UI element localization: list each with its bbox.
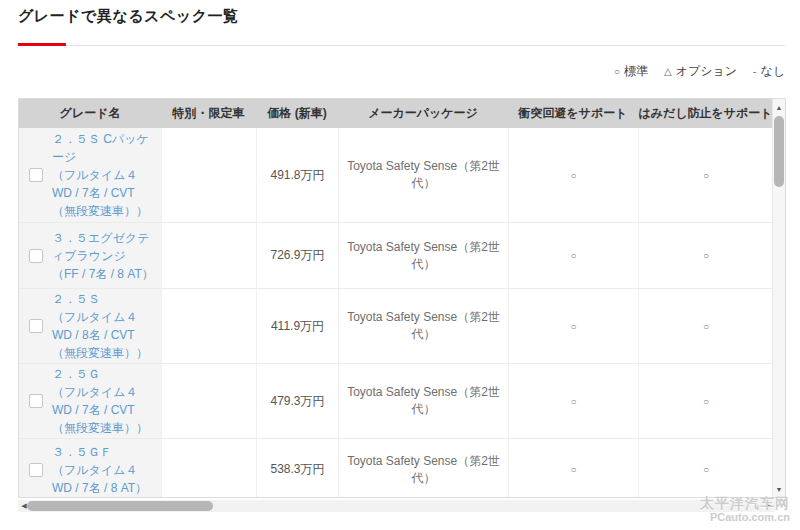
column-header-package: メーカーパッケージ bbox=[338, 105, 508, 122]
special-cell bbox=[161, 223, 256, 288]
horizontal-scrollbar[interactable]: ◀ ▶ bbox=[18, 500, 775, 512]
column-header-special: 特別・限定車 bbox=[161, 105, 256, 122]
scroll-down-icon[interactable]: ▼ bbox=[773, 482, 785, 496]
option-mark-icon: △ bbox=[664, 66, 672, 77]
grade-link[interactable]: ２．５Ｇ （フルタイム４WD / 7名 / CVT（無段変速車）） bbox=[52, 365, 155, 437]
special-cell bbox=[161, 364, 256, 438]
grade-cell: ２．５Ｓ （フルタイム４WD / 8名 / CVT（無段変速車）） bbox=[19, 289, 161, 363]
grade-name: ３．５ＧＦ bbox=[52, 443, 155, 461]
grade-cell: ３．５ＧＦ （フルタイム４WD / 7名 / 8 AT） bbox=[19, 439, 161, 498]
title-divider bbox=[18, 45, 785, 46]
spec-table: グレード名 特別・限定車 価格 (新車) メーカーパッケージ 衝突回避をサポート… bbox=[18, 98, 786, 498]
lane-mark-cell: ○ bbox=[638, 289, 773, 363]
grade-link[interactable]: ３．５ＧＦ （フルタイム４WD / 7名 / 8 AT） bbox=[52, 443, 155, 497]
table-row: ３．５エグゼクティブラウンジ （FF / 7名 / 8 AT） 726.9万円 … bbox=[19, 222, 773, 288]
price-cell: 491.8万円 bbox=[256, 128, 338, 222]
special-cell bbox=[161, 289, 256, 363]
price-cell: 479.3万円 bbox=[256, 364, 338, 438]
table-row: ２．５Ｇ （フルタイム４WD / 7名 / CVT（無段変速車）） 479.3万… bbox=[19, 363, 773, 438]
package-cell: Toyota Safety Sense（第2世代） bbox=[338, 223, 508, 288]
collision-mark-cell: ○ bbox=[508, 128, 638, 222]
grade-name: ２．５Ｓ Cパッケージ bbox=[52, 130, 155, 166]
legend-item-none: - なし bbox=[753, 63, 785, 80]
legend-label: オプション bbox=[676, 63, 737, 80]
table-row: ３．５ＧＦ （フルタイム４WD / 7名 / 8 AT） 538.3万円 Toy… bbox=[19, 438, 773, 498]
package-cell: Toyota Safety Sense（第2世代） bbox=[338, 128, 508, 222]
grade-link[interactable]: ３．５エグゼクティブラウンジ （FF / 7名 / 8 AT） bbox=[52, 229, 155, 283]
scroll-right-icon[interactable]: ▶ bbox=[763, 500, 775, 512]
column-header-grade: グレード名 bbox=[19, 105, 161, 122]
table-header-row: グレード名 特別・限定車 価格 (新車) メーカーパッケージ 衝突回避をサポート… bbox=[19, 99, 773, 128]
horizontal-scrollbar-thumb[interactable] bbox=[27, 501, 213, 511]
collision-mark-cell: ○ bbox=[508, 439, 638, 498]
scroll-up-icon[interactable]: ▲ bbox=[773, 100, 785, 114]
collision-mark-cell: ○ bbox=[508, 289, 638, 363]
grade-name: ３．５エグゼクティブラウンジ bbox=[52, 229, 155, 265]
row-checkbox[interactable] bbox=[29, 168, 43, 182]
row-checkbox[interactable] bbox=[29, 319, 43, 333]
legend: ○ 標準 △ オプション - なし bbox=[614, 63, 785, 80]
legend-label: 標準 bbox=[624, 63, 648, 80]
price-cell: 726.9万円 bbox=[256, 223, 338, 288]
table-body: ２．５Ｓ Cパッケージ （フルタイム４WD / 7名 / CVT（無段変速車））… bbox=[19, 128, 773, 498]
grade-spec: （フルタイム４WD / 7名 / CVT（無段変速車）） bbox=[52, 166, 155, 220]
price-cell: 411.9万円 bbox=[256, 289, 338, 363]
lane-mark-cell: ○ bbox=[638, 364, 773, 438]
vertical-scrollbar-thumb[interactable] bbox=[774, 116, 784, 187]
grade-spec: （フルタイム４WD / 7名 / CVT（無段変速車）） bbox=[52, 383, 155, 437]
special-cell bbox=[161, 128, 256, 222]
page-title: グレードで異なるスペック一覧 bbox=[18, 7, 239, 26]
legend-item-standard: ○ 標準 bbox=[614, 63, 648, 80]
package-cell: Toyota Safety Sense（第2世代） bbox=[338, 439, 508, 498]
none-mark-icon: - bbox=[753, 66, 756, 77]
grade-cell: ２．５Ｓ Cパッケージ （フルタイム４WD / 7名 / CVT（無段変速車）） bbox=[19, 128, 161, 222]
table-row: ２．５Ｓ Cパッケージ （フルタイム４WD / 7名 / CVT（無段変速車））… bbox=[19, 128, 773, 222]
lane-mark-cell: ○ bbox=[638, 223, 773, 288]
grade-name: ２．５Ｇ bbox=[52, 365, 155, 383]
package-cell: Toyota Safety Sense（第2世代） bbox=[338, 289, 508, 363]
vertical-scrollbar[interactable]: ▲ ▼ bbox=[772, 99, 785, 497]
price-cell: 538.3万円 bbox=[256, 439, 338, 498]
collision-mark-cell: ○ bbox=[508, 364, 638, 438]
standard-mark-icon: ○ bbox=[614, 66, 620, 77]
column-header-lane: はみだし防止をサポート bbox=[638, 105, 773, 122]
row-checkbox[interactable] bbox=[29, 249, 43, 263]
grade-cell: ２．５Ｇ （フルタイム４WD / 7名 / CVT（無段変速車）） bbox=[19, 364, 161, 438]
row-checkbox[interactable] bbox=[29, 463, 43, 477]
table-row: ２．５Ｓ （フルタイム４WD / 8名 / CVT（無段変速車）） 411.9万… bbox=[19, 288, 773, 363]
package-cell: Toyota Safety Sense（第2世代） bbox=[338, 364, 508, 438]
grade-spec: （FF / 7名 / 8 AT） bbox=[52, 265, 155, 283]
lane-mark-cell: ○ bbox=[638, 439, 773, 498]
special-cell bbox=[161, 439, 256, 498]
grade-link[interactable]: ２．５Ｓ Cパッケージ （フルタイム４WD / 7名 / CVT（無段変速車）） bbox=[52, 130, 155, 220]
legend-label: なし bbox=[760, 63, 785, 80]
row-checkbox[interactable] bbox=[29, 394, 43, 408]
column-header-price: 価格 (新車) bbox=[256, 105, 338, 122]
legend-item-option: △ オプション bbox=[664, 63, 737, 80]
grade-cell: ３．５エグゼクティブラウンジ （FF / 7名 / 8 AT） bbox=[19, 223, 161, 288]
column-header-collision: 衝突回避をサポート bbox=[508, 105, 638, 122]
collision-mark-cell: ○ bbox=[508, 223, 638, 288]
grade-spec: （フルタイム４WD / 8名 / CVT（無段変速車）） bbox=[52, 308, 155, 362]
grade-spec: （フルタイム４WD / 7名 / 8 AT） bbox=[52, 461, 155, 497]
grade-link[interactable]: ２．５Ｓ （フルタイム４WD / 8名 / CVT（無段変速車）） bbox=[52, 290, 155, 362]
title-accent-bar bbox=[18, 43, 66, 46]
grade-name: ２．５Ｓ bbox=[52, 290, 155, 308]
watermark-line2: PCauto.com.cn bbox=[700, 511, 790, 524]
lane-mark-cell: ○ bbox=[638, 128, 773, 222]
